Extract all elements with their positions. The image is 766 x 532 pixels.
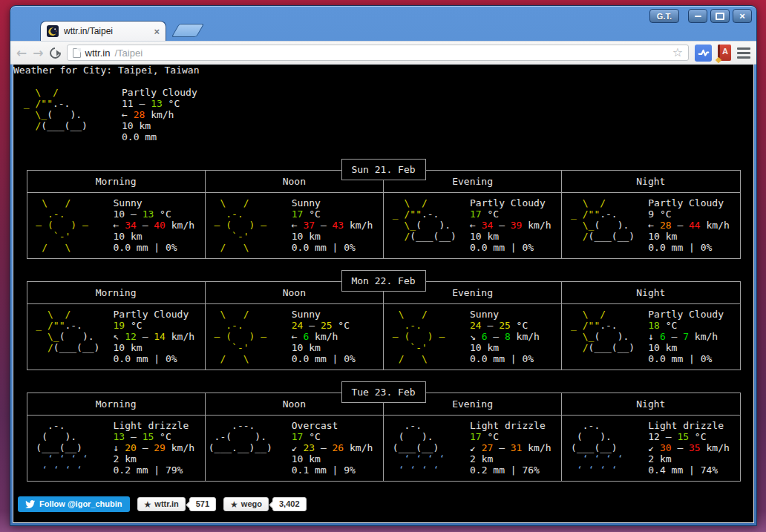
reload-button[interactable] [47, 45, 62, 60]
weather-info: Light drizzle13 – 15 °C↓ 20 – 29 km/h2 k… [114, 420, 205, 476]
github-star-count-wttrin[interactable]: 571 [189, 497, 216, 511]
twitter-bird-icon [25, 500, 35, 508]
weather-info: Partly Cloudy17 °C← 34 – 39 km/h10 km0.0… [470, 197, 561, 253]
weather-info: Partly Cloudy19 °C↖ 12 – 14 km/h10 km0.0… [114, 309, 205, 364]
current-conditions: \ / _ /"".-. \_( ). /(___(__)Partly Clou… [18, 87, 753, 142]
forecast-cell-morning: Morning \ / _ /"".-. \_( ). /(___(__)Par… [27, 282, 205, 370]
browser-menu-button[interactable] [737, 46, 750, 60]
maximize-icon [716, 13, 724, 20]
twitter-follow-button[interactable]: Follow @igor_chubin [18, 496, 130, 512]
period-header: Night [562, 171, 739, 193]
twitter-follow-label: Follow @igor_chubin [39, 499, 122, 510]
partly-cloudy-ascii-icon: \ / _ /"".-. \_( ). /(___(__) [18, 87, 122, 142]
page-title: Weather for City: Taipei, Taiwan [13, 65, 753, 76]
weather-block: \ / .-. – ( ) – `-' / \Sunny17 °C← 37 – … [209, 197, 383, 253]
page-content: Weather for City: Taipei, Taiwan \ / _ /… [13, 64, 754, 523]
repo-label: wego [241, 499, 262, 510]
bookmark-star-icon[interactable]: ☆ [672, 47, 683, 59]
light-drizzle-ascii-icon: .-. ( ). (___(__) ‘ ‘ ‘ ‘ ‘ ‘ ‘ ‘ [565, 420, 648, 476]
forecast-cell-night: Night \ / _ /"".-. \_( ). /(___(__)Partl… [561, 282, 739, 370]
period-body: \ / .-. – ( ) – `-' / \Sunny24 – 25 °C← … [206, 304, 383, 370]
panel-date-label: Sun 21. Feb [341, 159, 425, 180]
period-body: \ / _ /"".-. \_( ). /(___(__)Partly Clou… [384, 193, 561, 258]
forecast-panel: Sun 21. FebMorning \ / .-. – ( ) – `-' /… [27, 170, 741, 259]
weather-info: Sunny24 – 25 °C↘ 6 – 8 km/h10 km0.0 mm |… [470, 309, 561, 364]
pulse-icon [697, 46, 710, 59]
weather-info: Sunny10 – 13 °C← 34 – 40 km/h10 km0.0 mm… [114, 197, 205, 253]
forecast-cell-morning: Morning \ / .-. – ( ) – `-' / \Sunny10 –… [27, 171, 205, 258]
url-path: /Taipei [114, 47, 143, 59]
weather-block: \ / _ /"".-. \_( ). /(___(__)Partly Clou… [387, 197, 561, 253]
partly-cloudy-ascii-icon: \ / _ /"".-. \_( ). /(___(__) [30, 309, 114, 364]
github-star-wego-button[interactable]: ★ wego [223, 497, 269, 511]
browser-window: G.T. × wttr.in/Taipei × ← → [10, 5, 757, 526]
sunny-ascii-icon: \ / .-. – ( ) – `-' / \ [209, 309, 292, 364]
weather-block: \ / _ /"".-. \_( ). /(___(__)Partly Clou… [18, 87, 197, 142]
overcast-ascii-icon: .--. .-( ).(___.__)__) [209, 420, 292, 476]
weather-block: \ / .-. – ( ) – `-' / \Sunny24 – 25 °C↘ … [387, 309, 561, 364]
browser-tab[interactable]: wttr.in/Taipei × [40, 21, 166, 41]
forecast-cell-evening: Evening .-. ( ). (___(__) ‘ ‘ ‘ ‘ ‘ ‘ ‘ … [383, 393, 561, 481]
keyboard-indicator[interactable]: G.T. [649, 9, 679, 23]
bookmark-ribbon-icon [716, 57, 721, 63]
weather-info: Partly Cloudy18 °C↓ 6 – 7 km/h10 km0.0 m… [648, 309, 739, 364]
page-footer: Follow @igor_chubin ★ wttr.in 571 ★ wego… [18, 496, 753, 512]
forecast-cell-evening: Evening \ / _ /"".-. \_( ). /(___(__)Par… [383, 171, 561, 258]
forecast-cell-evening: Evening \ / .-. – ( ) – `-' / \Sunny24 –… [383, 282, 561, 370]
sunny-ascii-icon: \ / .-. – ( ) – `-' / \ [387, 309, 470, 364]
window-titlebar[interactable]: G.T. × wttr.in/Taipei × [10, 6, 756, 41]
period-body: \ / _ /"".-. \_( ). /(___(__)Partly Clou… [27, 304, 205, 370]
new-tab-button[interactable] [171, 24, 204, 37]
partly-cloudy-ascii-icon: \ / _ /"".-. \_( ). /(___(__) [387, 197, 470, 253]
close-icon: × [739, 11, 745, 21]
forecast-cell-morning: Morning .-. ( ). (___(__) ‘ ‘ ‘ ‘ ‘ ‘ ‘ … [27, 393, 205, 481]
weather-block: .-. ( ). (___(__) ‘ ‘ ‘ ‘ ‘ ‘ ‘ ‘Light d… [30, 420, 205, 476]
weather-info: Light drizzle12 – 15 °C↙ 30 – 35 km/h2 k… [648, 420, 739, 476]
close-window-button[interactable]: × [733, 9, 752, 23]
address-bar[interactable]: wttr.in/Taipei ☆ [67, 45, 690, 61]
star-icon: ★ [230, 500, 238, 509]
panel-date-label: Mon 22. Feb [341, 270, 425, 292]
period-body: \ / _ /"".-. \_( ). /(___(__)Partly Clou… [562, 193, 739, 258]
weather-block: .-. ( ). (___(__) ‘ ‘ ‘ ‘ ‘ ‘ ‘ ‘Light d… [387, 420, 561, 476]
forecast-panels: Sun 21. FebMorning \ / .-. – ( ) – `-' /… [13, 170, 753, 482]
weather-info: Light drizzle17 °C↙ 27 – 31 km/h2 km0.2 … [470, 420, 561, 476]
light-drizzle-ascii-icon: .-. ( ). (___(__) ‘ ‘ ‘ ‘ ‘ ‘ ‘ ‘ [387, 420, 470, 476]
extension-icon-blue[interactable] [695, 45, 712, 62]
panel-date-label: Tue 23. Feb [341, 381, 425, 403]
partly-cloudy-ascii-icon: \ / _ /"".-. \_( ). /(___(__) [565, 197, 648, 253]
period-body: \ / .-. – ( ) – `-' / \Sunny24 – 25 °C↘ … [384, 304, 561, 370]
period-body: \ / .-. – ( ) – `-' / \Sunny10 – 13 °C← … [27, 193, 205, 258]
period-header: Night [562, 282, 739, 304]
weather-info: Overcast17 °C↙ 23 – 26 km/h10 km0.1 mm |… [292, 420, 383, 476]
period-body: \ / _ /"".-. \_( ). /(___(__)Partly Clou… [562, 304, 739, 370]
github-star-wttrin-button[interactable]: ★ wttr.in [137, 497, 186, 511]
weather-block: \ / _ /"".-. \_( ). /(___(__)Partly Clou… [565, 309, 739, 364]
weather-block: .--. .-( ).(___.__)__)Overcast17 °C↙ 23 … [209, 420, 383, 476]
desktop-background: G.T. × wttr.in/Taipei × ← → [0, 0, 766, 532]
back-button[interactable]: ← [16, 47, 27, 59]
forecast-panel: Mon 22. FebMorning \ / _ /"".-. \_( ). /… [27, 281, 741, 370]
page-icon [73, 48, 81, 58]
weather-block: \ / _ /"".-. \_( ). /(___(__)Partly Clou… [30, 309, 205, 364]
minimize-button[interactable] [688, 9, 707, 23]
maximize-button[interactable] [710, 9, 730, 23]
weather-info: Partly Cloudy11 – 13 °C← 28 km/h10 km0.0… [122, 87, 197, 142]
weather-block: \ / .-. – ( ) – `-' / \Sunny24 – 25 °C← … [209, 309, 383, 364]
period-header: Morning [27, 171, 205, 193]
period-body: .--. .-( ).(___.__)__)Overcast17 °C↙ 23 … [206, 416, 383, 481]
forecast-cell-noon: Noon .--. .-( ).(___.__)__)Overcast17 °C… [205, 393, 383, 481]
forward-button[interactable]: → [33, 47, 43, 59]
site-favicon [47, 25, 59, 37]
period-body: .-. ( ). (___(__) ‘ ‘ ‘ ‘ ‘ ‘ ‘ ‘Light d… [384, 416, 561, 481]
sunny-ascii-icon: \ / .-. – ( ) – `-' / \ [209, 197, 292, 253]
period-body: .-. ( ). (___(__) ‘ ‘ ‘ ‘ ‘ ‘ ‘ ‘Light d… [27, 416, 205, 481]
tab-close-icon[interactable]: × [154, 27, 160, 36]
github-star-count-wego[interactable]: 3,402 [272, 497, 307, 511]
forecast-cell-noon: Noon \ / .-. – ( ) – `-' / \Sunny24 – 25… [205, 282, 383, 370]
weather-info: Sunny17 °C← 37 – 43 km/h10 km0.0 mm | 0% [292, 197, 383, 253]
period-body: \ / .-. – ( ) – `-' / \Sunny17 °C← 37 – … [206, 193, 383, 258]
star-icon: ★ [144, 500, 152, 509]
extension-icon-dictionary[interactable] [718, 45, 731, 61]
forecast-cell-night: Night .-. ( ). (___(__) ‘ ‘ ‘ ‘ ‘ ‘ ‘ ‘L… [561, 393, 739, 481]
